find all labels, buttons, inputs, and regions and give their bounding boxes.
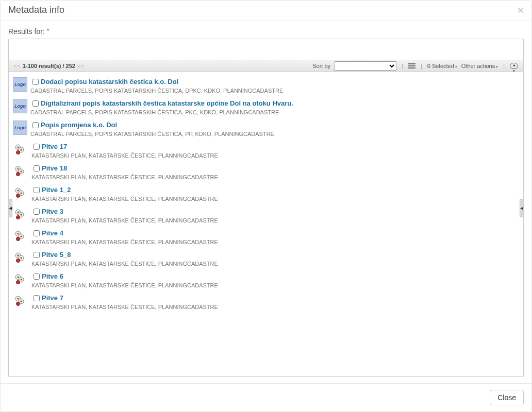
logo-icon: Logo bbox=[13, 99, 27, 113]
selected-dropdown[interactable]: 0 Selected bbox=[427, 63, 457, 69]
svg-point-4 bbox=[16, 151, 20, 154]
modal-header: Metadata info × bbox=[1, 1, 531, 21]
modal-footer: Close bbox=[1, 383, 531, 411]
svg-point-18 bbox=[21, 214, 22, 216]
result-keywords: KATASTARSKI PLAN, KATASTARSKE ČESTICE, P… bbox=[31, 282, 218, 288]
results-list[interactable]: LogoDodaci popisu katastarskih čestica k… bbox=[9, 72, 523, 376]
result-keywords: KATASTARSKI PLAN, KATASTARSKE ČESTICE, P… bbox=[31, 304, 218, 310]
result-keywords: KATASTARSKI PLAN, KATASTARSKE ČESTICE, P… bbox=[31, 196, 218, 202]
svg-point-6 bbox=[18, 168, 19, 170]
sort-by-label: Sort by bbox=[312, 63, 330, 69]
view-mode-icon[interactable] bbox=[408, 63, 415, 68]
metadata-modal: Metadata info × Results for: '' << 1-100… bbox=[0, 0, 532, 412]
result-title-link[interactable]: Pitve 3 bbox=[42, 208, 63, 216]
close-button[interactable]: Close bbox=[490, 390, 524, 405]
result-title-link[interactable]: Pitve 1_2 bbox=[42, 186, 71, 194]
svg-point-3 bbox=[21, 149, 22, 151]
result-title-link[interactable]: Pitve 5_8 bbox=[42, 251, 71, 259]
permalink-icon[interactable]: ⚭ bbox=[510, 63, 518, 69]
right-panel-toggle[interactable]: ◀ bbox=[520, 199, 524, 217]
dataset-icon bbox=[14, 273, 26, 285]
dataset-icon bbox=[14, 208, 26, 220]
result-title-link[interactable]: Pitve 4 bbox=[42, 229, 63, 237]
dataset-icon bbox=[14, 230, 26, 242]
search-strip bbox=[9, 39, 523, 60]
logo-icon: Logo bbox=[13, 77, 27, 92]
svg-point-33 bbox=[21, 279, 22, 281]
select-checkbox[interactable] bbox=[34, 295, 40, 301]
select-checkbox[interactable] bbox=[34, 165, 40, 171]
select-checkbox[interactable] bbox=[32, 122, 39, 128]
dataset-icon bbox=[14, 251, 26, 264]
left-panel-toggle[interactable]: ◀ bbox=[8, 199, 12, 217]
result-row: Pitve 3KATASTARSKI PLAN, KATASTARSKE ČES… bbox=[13, 204, 519, 226]
svg-point-24 bbox=[16, 237, 20, 241]
dataset-icon bbox=[14, 295, 26, 307]
result-title-link[interactable]: Popis promjena k.o. Dol bbox=[41, 121, 117, 129]
svg-point-34 bbox=[16, 281, 20, 284]
page-prev[interactable]: << bbox=[14, 63, 21, 69]
close-icon[interactable]: × bbox=[518, 5, 524, 15]
svg-point-36 bbox=[18, 298, 19, 300]
result-row: Pitve 5_8KATASTARSKI PLAN, KATASTARSKE Č… bbox=[13, 247, 519, 269]
svg-point-11 bbox=[18, 190, 19, 192]
select-checkbox[interactable] bbox=[32, 100, 39, 107]
select-checkbox[interactable] bbox=[34, 187, 40, 193]
result-keywords: KATASTARSKI PLAN, KATASTARSKE ČESTICE, P… bbox=[31, 174, 218, 180]
result-title-link[interactable]: Digitalizirani popis katastarskih čestic… bbox=[41, 99, 293, 108]
result-row: Pitve 4KATASTARSKI PLAN, KATASTARSKE ČES… bbox=[13, 226, 519, 247]
svg-point-23 bbox=[21, 236, 22, 237]
result-keywords: CADASTRAL PARCELS, POPIS KATASTARSKIH ČE… bbox=[30, 88, 283, 94]
result-keywords: KATASTARSKI PLAN, KATASTARSKE ČESTICE, P… bbox=[31, 239, 218, 245]
results-toolbar: << 1-100 result(s) / 252 >> Sort by | | … bbox=[9, 60, 523, 72]
result-row: Pitve 17KATASTARSKI PLAN, KATASTARSKE ČE… bbox=[13, 139, 519, 161]
dataset-icon bbox=[14, 165, 26, 177]
svg-point-8 bbox=[21, 171, 22, 173]
result-row: Pitve 7KATASTARSKI PLAN, KATASTARSKE ČES… bbox=[13, 290, 519, 312]
select-checkbox[interactable] bbox=[34, 209, 40, 215]
result-row: LogoDigitalizirani popis katastarskih če… bbox=[13, 96, 519, 117]
result-title-link[interactable]: Dodaci popisu katastarskih čestica k.o. … bbox=[41, 78, 178, 86]
result-row: Pitve 18KATASTARSKI PLAN, KATASTARSKE ČE… bbox=[13, 161, 519, 182]
svg-point-13 bbox=[21, 193, 22, 194]
svg-point-9 bbox=[16, 173, 20, 176]
dataset-icon bbox=[14, 186, 26, 199]
modal-title: Metadata info bbox=[8, 5, 64, 15]
svg-point-21 bbox=[18, 233, 19, 235]
sort-select[interactable] bbox=[335, 61, 396, 71]
result-keywords: CADASTRAL PARCELS, POPIS KATASTARSKIH ČE… bbox=[30, 109, 293, 115]
result-row: Pitve 6KATASTARSKI PLAN, KATASTARSKE ČES… bbox=[13, 269, 519, 290]
results-for-label: Results for: '' bbox=[8, 27, 524, 36]
result-row: LogoPopis promjena k.o. DolCADASTRAL PAR… bbox=[13, 117, 519, 139]
svg-point-38 bbox=[21, 301, 22, 302]
result-row: LogoDodaci popisu katastarskih čestica k… bbox=[13, 74, 519, 96]
result-title-link[interactable]: Pitve 18 bbox=[42, 164, 67, 173]
result-keywords: KATASTARSKI PLAN, KATASTARSKE ČESTICE, P… bbox=[31, 261, 218, 267]
svg-point-19 bbox=[16, 216, 20, 219]
svg-point-26 bbox=[18, 255, 19, 256]
logo-icon: Logo bbox=[13, 121, 27, 135]
svg-point-16 bbox=[18, 212, 19, 213]
svg-point-28 bbox=[21, 258, 22, 259]
results-frame: << 1-100 result(s) / 252 >> Sort by | | … bbox=[8, 39, 524, 377]
toolbar-right: Sort by | | 0 Selected Other actions | ⚭ bbox=[312, 61, 518, 71]
select-checkbox[interactable] bbox=[34, 230, 40, 236]
result-title-link[interactable]: Pitve 17 bbox=[42, 143, 67, 151]
page-range: 1-100 result(s) / 252 bbox=[23, 63, 75, 69]
result-keywords: KATASTARSKI PLAN, KATASTARSKE ČESTICE, P… bbox=[31, 152, 218, 159]
other-actions-dropdown[interactable]: Other actions bbox=[461, 63, 498, 69]
svg-point-1 bbox=[18, 147, 19, 148]
dataset-icon bbox=[14, 143, 26, 156]
svg-point-31 bbox=[18, 277, 19, 278]
select-checkbox[interactable] bbox=[34, 273, 40, 280]
page-next[interactable]: >> bbox=[77, 63, 84, 69]
result-keywords: CADASTRAL PARCELS, POPIS KATASTARSKIH ČE… bbox=[30, 131, 274, 137]
select-checkbox[interactable] bbox=[34, 252, 40, 258]
result-title-link[interactable]: Pitve 6 bbox=[42, 272, 63, 281]
select-checkbox[interactable] bbox=[34, 144, 40, 150]
svg-point-29 bbox=[16, 259, 20, 263]
modal-body: Results for: '' << 1-100 result(s) / 252… bbox=[1, 21, 531, 383]
select-checkbox[interactable] bbox=[32, 79, 39, 85]
result-title-link[interactable]: Pitve 7 bbox=[42, 294, 63, 302]
result-keywords: KATASTARSKI PLAN, KATASTARSKE ČESTICE, P… bbox=[31, 217, 218, 224]
